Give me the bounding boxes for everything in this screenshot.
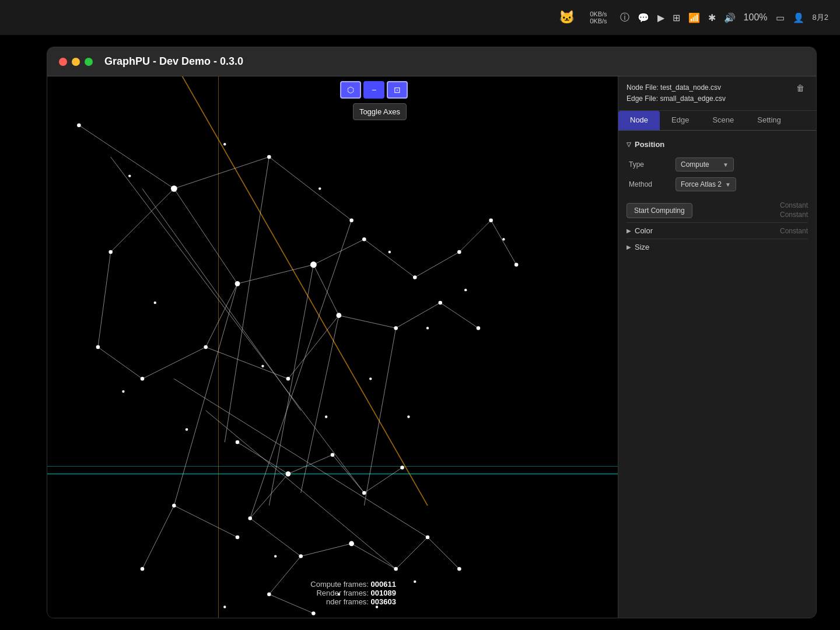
size-arrow: ▶ bbox=[626, 244, 631, 250]
svg-line-14 bbox=[396, 303, 440, 328]
svg-line-45 bbox=[301, 316, 339, 493]
file-info-bar: Node File: test_data_node.csv Edge File:… bbox=[618, 76, 816, 111]
svg-point-79 bbox=[172, 503, 176, 508]
chat-icon: 💬 bbox=[638, 12, 649, 23]
network-stats: 0KB/s 0KB/s bbox=[590, 10, 607, 24]
svg-line-15 bbox=[415, 252, 459, 277]
svg-point-60 bbox=[457, 250, 461, 254]
svg-point-95 bbox=[369, 377, 372, 380]
svg-point-48 bbox=[310, 261, 317, 268]
svg-point-74 bbox=[394, 567, 398, 571]
svg-point-57 bbox=[362, 237, 366, 242]
delete-button[interactable]: 🗑 bbox=[793, 82, 808, 94]
svg-line-39 bbox=[174, 379, 428, 537]
dropdown-arrow-icon: ▼ bbox=[723, 162, 729, 168]
start-computing-button[interactable]: Start Computing bbox=[626, 203, 692, 218]
svg-point-67 bbox=[141, 377, 145, 381]
svg-point-69 bbox=[331, 453, 335, 457]
tab-bar: Node Edge Scene Setting bbox=[618, 111, 816, 131]
method-key: Method bbox=[629, 180, 652, 188]
minimize-button[interactable] bbox=[72, 58, 80, 66]
svg-point-96 bbox=[407, 415, 410, 418]
svg-point-64 bbox=[286, 377, 290, 381]
maximize-button[interactable] bbox=[85, 58, 93, 66]
svg-point-85 bbox=[318, 187, 321, 190]
svg-point-62 bbox=[514, 262, 519, 267]
volume-icon: 🔊 bbox=[724, 12, 736, 23]
svg-point-70 bbox=[362, 491, 366, 495]
third-stat-value: 003603 bbox=[371, 597, 396, 606]
svg-point-101 bbox=[223, 606, 226, 608]
position-properties: Type Compute ▼ Method bbox=[626, 155, 808, 194]
svg-point-92 bbox=[186, 428, 188, 430]
svg-point-83 bbox=[128, 174, 131, 177]
svg-line-27 bbox=[250, 474, 288, 518]
position-section-header[interactable]: ▽ Position bbox=[626, 136, 808, 152]
svg-point-76 bbox=[457, 567, 461, 571]
svg-line-43 bbox=[142, 506, 174, 569]
svg-point-54 bbox=[267, 155, 271, 159]
type-dropdown[interactable]: Compute ▼ bbox=[676, 158, 734, 172]
tab-node[interactable]: Node bbox=[618, 111, 660, 130]
svg-line-41 bbox=[174, 284, 237, 505]
svg-line-7 bbox=[313, 239, 364, 264]
svg-point-78 bbox=[312, 611, 316, 615]
main-content: ⬡ − ⊡ Toggle Axes bbox=[47, 76, 816, 618]
svg-point-89 bbox=[502, 238, 505, 240]
minus-button[interactable]: − bbox=[363, 81, 384, 99]
play-icon: ▶ bbox=[657, 12, 664, 23]
svg-line-5 bbox=[174, 188, 237, 284]
type-row: Type Compute ▼ bbox=[626, 155, 808, 174]
bluetooth-icon: ✱ bbox=[708, 12, 716, 23]
svg-point-51 bbox=[286, 471, 291, 477]
network-graph bbox=[47, 76, 618, 618]
svg-point-49 bbox=[235, 281, 240, 286]
svg-line-42 bbox=[174, 506, 237, 537]
svg-line-18 bbox=[440, 303, 478, 328]
size-section-header[interactable]: ▶ Size bbox=[626, 239, 808, 255]
macos-top-bar: 🐱 0KB/s 0KB/s ⓘ 💬 ▶ ⊞ 📶 ✱ 🔊 100% ▭ 👤 8月2 bbox=[0, 0, 840, 35]
tab-setting[interactable]: Setting bbox=[746, 111, 792, 130]
svg-point-88 bbox=[464, 289, 467, 291]
svg-point-66 bbox=[96, 345, 100, 349]
svg-line-33 bbox=[269, 556, 300, 594]
view-nodes-button[interactable]: ⬡ bbox=[340, 81, 361, 99]
title-bar: GraphPU - Dev Demo - 0.3.0 bbox=[47, 47, 816, 76]
svg-line-46 bbox=[364, 328, 396, 505]
color-section-header[interactable]: ▶ Color Constant bbox=[626, 222, 808, 239]
svg-point-77 bbox=[267, 593, 271, 597]
svg-line-8 bbox=[364, 239, 415, 277]
grid-icon: ⊞ bbox=[673, 12, 680, 23]
close-button[interactable] bbox=[59, 58, 67, 66]
svg-point-61 bbox=[489, 218, 493, 222]
toggle-axes-button[interactable]: ⊡ bbox=[387, 81, 408, 99]
svg-point-86 bbox=[388, 251, 391, 253]
svg-line-34 bbox=[269, 594, 313, 614]
svg-line-26 bbox=[364, 467, 402, 492]
tooltip-text: Toggle Axes bbox=[359, 107, 400, 116]
svg-line-21 bbox=[98, 347, 142, 379]
app-title: GraphPU - Dev Demo - 0.3.0 bbox=[104, 55, 243, 68]
svg-line-20 bbox=[98, 252, 111, 347]
date-display: 8月2 bbox=[813, 12, 828, 23]
svg-point-100 bbox=[414, 580, 416, 583]
network-down: 0KB/s bbox=[590, 18, 607, 24]
battery-label: 100% bbox=[744, 12, 768, 23]
svg-point-59 bbox=[438, 301, 442, 305]
dropdown-arrow-icon-2: ▼ bbox=[725, 181, 731, 188]
svg-line-6 bbox=[237, 265, 313, 284]
compute-frames-label: Compute frames: bbox=[310, 580, 369, 589]
svg-line-32 bbox=[428, 537, 459, 569]
method-dropdown[interactable]: Force Atlas 2 ▼ bbox=[676, 177, 736, 191]
svg-line-2 bbox=[79, 125, 174, 189]
svg-line-4 bbox=[269, 157, 351, 220]
tab-edge[interactable]: Edge bbox=[660, 111, 701, 130]
constant-label-2: Constant bbox=[780, 211, 808, 219]
toolbar-buttons: ⬡ − ⊡ bbox=[340, 81, 408, 99]
tab-scene[interactable]: Scene bbox=[701, 111, 746, 130]
size-label: Size bbox=[635, 243, 649, 251]
edge-file-name: small_data_edge.csv bbox=[660, 94, 726, 103]
svg-point-99 bbox=[376, 606, 378, 608]
svg-line-29 bbox=[301, 544, 352, 556]
graph-canvas[interactable]: ⬡ − ⊡ Toggle Axes bbox=[47, 76, 618, 618]
